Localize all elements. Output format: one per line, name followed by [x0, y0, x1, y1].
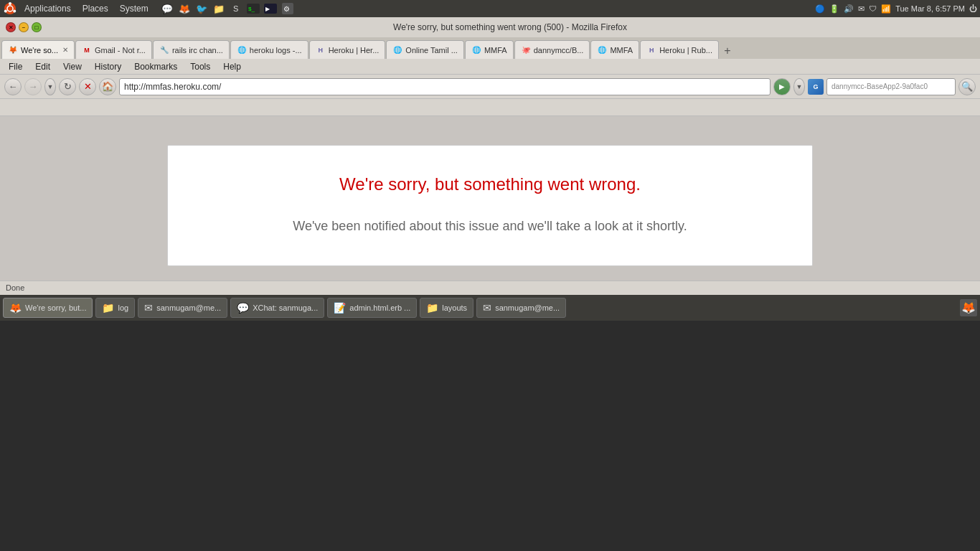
wifi-icon: 📶 — [881, 4, 891, 14]
taskbar-item-6[interactable]: ✉ sanmugam@me... — [476, 298, 566, 318]
taskbar-label-5: layouts — [442, 303, 467, 312]
taskbar-item-4[interactable]: 📝 admin.html.erb ... — [327, 298, 417, 318]
tab-1[interactable]: M Gmail - Not r... — [75, 40, 152, 59]
files-icon[interactable]: 📁 — [212, 1, 226, 16]
search-engine-icon: G — [808, 79, 824, 95]
volume-icon: 🔊 — [844, 4, 854, 14]
panel-system[interactable]: System — [116, 4, 153, 14]
tab-7[interactable]: 🐙 dannymcc/B... — [514, 40, 590, 59]
taskbar-item-2[interactable]: ✉ sanmugam@me... — [138, 298, 227, 318]
browser-title: We're sorry, but something went wrong (5… — [46, 22, 974, 32]
menu-help[interactable]: Help — [217, 60, 247, 73]
menu-view[interactable]: View — [57, 60, 88, 73]
tab-0[interactable]: 🦊 We're so... ✕ — [1, 40, 75, 59]
taskbar-item-3[interactable]: 💬 XChat: sanmuga... — [230, 298, 324, 318]
tab-label-4: Heroku | Her... — [329, 46, 380, 55]
maximize-button[interactable]: □ — [32, 22, 42, 32]
tab-label-0: We're so... — [21, 46, 58, 55]
error-box: We're sorry, but something went wrong. W… — [167, 145, 813, 266]
menu-history[interactable]: History — [89, 60, 127, 73]
taskbar-label-1: log — [118, 303, 128, 312]
forward-button[interactable]: → — [24, 78, 42, 95]
panel-places[interactable]: Places — [78, 4, 113, 14]
svg-text:▶: ▶ — [265, 6, 270, 12]
tab-5[interactable]: 🌐 Online Tamil ... — [386, 40, 464, 59]
stop-button[interactable]: ✕ — [79, 78, 96, 95]
close-button[interactable]: ✕ — [6, 22, 16, 32]
firefox-taskbar-icon[interactable]: 🦊 — [960, 299, 977, 316]
ubuntu-logo-icon — [3, 1, 17, 16]
panel-applications[interactable]: Applications — [20, 4, 75, 14]
tab-label-6: MMFA — [484, 46, 507, 55]
taskbar-icon-1: 📁 — [102, 302, 114, 314]
home-button[interactable]: 🏠 — [99, 78, 116, 95]
svg-text:$_: $_ — [248, 6, 255, 12]
chat-icon[interactable]: 💬 — [160, 1, 174, 16]
menu-edit[interactable]: Edit — [29, 60, 56, 73]
back-button[interactable]: ← — [4, 78, 22, 95]
new-tab-button[interactable]: + — [720, 43, 735, 59]
page-content: We're sorry, but something went wrong. W… — [0, 116, 980, 281]
tab-6[interactable]: 🌐 MMFA — [465, 40, 514, 59]
tab-label-5: Online Tamil ... — [405, 46, 458, 55]
browser-titlebar: ✕ − □ We're sorry, but something went wr… — [0, 17, 980, 37]
ubuntu-top-panel: Applications Places System 💬 🦊 🐦 📁 S $_ … — [0, 0, 980, 17]
panel-right: 🔵 🔋 🔊 ✉ 🛡 📶 Tue Mar 8, 6:57 PM ⏻ — [815, 4, 977, 14]
taskbar-label-2: sanmugam@me... — [156, 303, 221, 312]
settings-icon[interactable]: ⚙ — [281, 1, 295, 16]
email-indicator: ✉ — [858, 4, 864, 14]
tab-favicon-2: 🔧 — [159, 45, 169, 55]
taskbar-icon-5: 📁 — [426, 302, 438, 314]
panel-left: Applications Places System 💬 🦊 🐦 📁 S $_ … — [3, 1, 295, 16]
svg-point-4 — [4, 10, 7, 13]
taskbar-icon-4: 📝 — [334, 302, 346, 314]
taskbar-item-1[interactable]: 📁 log — [95, 298, 135, 318]
tab-close-0[interactable]: ✕ — [62, 46, 68, 54]
terminal-icon[interactable]: $_ — [246, 1, 260, 16]
status-bar: Done — [0, 281, 980, 295]
tab-favicon-5: 🌐 — [392, 45, 402, 55]
tab-favicon-7: 🐙 — [521, 45, 531, 55]
tab-label-3: heroku logs -... — [250, 46, 302, 55]
tab-favicon-6: 🌐 — [471, 45, 481, 55]
nav-bar: ← → ▼ ↻ ✕ 🏠 http://mmfas.heroku.com/ ▶ ▼… — [0, 75, 980, 99]
go-button[interactable]: ▶ — [773, 78, 791, 95]
datetime[interactable]: Tue Mar 8, 6:57 PM — [895, 4, 965, 13]
error-message: We've been notified about this issue and… — [197, 216, 783, 237]
menu-bookmarks[interactable]: Bookmarks — [128, 60, 183, 73]
status-text: Done — [6, 283, 24, 292]
minimize-button[interactable]: − — [19, 22, 29, 32]
taskbar-item-0[interactable]: 🦊 We're sorry, but... — [3, 298, 93, 318]
power-icon[interactable]: ⏻ — [969, 4, 977, 13]
tab-2[interactable]: 🔧 rails irc chan... — [153, 40, 230, 59]
bluetooth-icon: 🔵 — [815, 4, 825, 14]
tab-bar: 🦊 We're so... ✕ M Gmail - Not r... 🔧 rai… — [0, 37, 980, 59]
skype-icon[interactable]: S — [229, 1, 243, 16]
go-dropdown[interactable]: ▼ — [793, 78, 805, 95]
taskbar-end: 🦊 — [960, 299, 977, 316]
reload-button[interactable]: ↻ — [59, 78, 76, 95]
taskbar-icon-6: ✉ — [483, 302, 491, 314]
browser-icon[interactable]: 🦊 — [177, 1, 192, 16]
antivirus-icon: 🛡 — [869, 4, 877, 13]
search-button[interactable]: 🔍 — [958, 78, 976, 95]
forward-dropdown[interactable]: ▼ — [44, 78, 56, 95]
search-input[interactable]: dannymcc-BaseApp2-9a0fac0 — [826, 78, 956, 95]
tab-8[interactable]: 🌐 MMFA — [590, 40, 639, 59]
tab-3[interactable]: 🌐 heroku logs -... — [230, 40, 308, 59]
menu-tools[interactable]: Tools — [184, 60, 216, 73]
thunderbird-icon[interactable]: 🐦 — [194, 1, 209, 16]
tab-9[interactable]: H Heroku | Rub... — [640, 40, 719, 59]
tab-favicon-8: 🌐 — [597, 45, 607, 55]
tab-4[interactable]: H Heroku | Her... — [309, 40, 386, 59]
url-bar[interactable]: http://mmfas.heroku.com/ — [119, 78, 771, 95]
taskbar-label-6: sanmugam@me... — [495, 303, 560, 312]
svg-point-3 — [13, 10, 16, 13]
terminal2-icon[interactable]: ▶ — [263, 1, 278, 16]
taskbar-icon-3: 💬 — [237, 302, 249, 314]
taskbar-item-5[interactable]: 📁 layouts — [420, 298, 473, 318]
tab-label-2: rails irc chan... — [172, 46, 223, 55]
taskbar-label-0: We're sorry, but... — [25, 303, 86, 312]
menu-file[interactable]: File — [3, 60, 28, 73]
menu-bar: File Edit View History Bookmarks Tools H… — [0, 59, 980, 75]
